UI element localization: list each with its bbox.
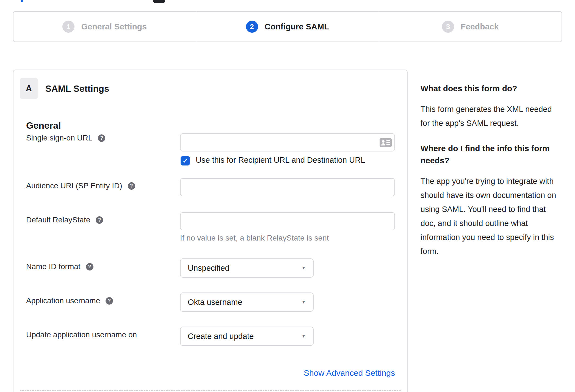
help-heading-line: What does this form do?	[421, 82, 562, 95]
step-general-settings-tab[interactable]: 1 General Settings	[13, 12, 196, 42]
help-icon[interactable]: ?	[128, 182, 135, 190]
help-icon[interactable]: ?	[98, 134, 105, 142]
use-for-recipient-checkbox[interactable]: ✓	[181, 156, 190, 165]
section-a-badge: A	[20, 78, 38, 99]
chevron-down-icon: ▼	[301, 333, 306, 339]
help-icon[interactable]: ?	[106, 297, 113, 305]
name-id-format-label: Name ID format ?	[26, 262, 93, 271]
help-text-line: for the app's SAML request.	[421, 116, 562, 130]
help-text-line: using SAML. You'll need to find that	[421, 202, 562, 216]
name-id-format-label-text: Name ID format	[26, 262, 81, 271]
help-section-text: The app you're trying to integrate with …	[421, 174, 562, 258]
update-app-username-select[interactable]: Create and update ▼	[180, 327, 314, 346]
sso-url-label: Single sign-on URL ?	[26, 134, 105, 142]
step-number-badge: 2	[246, 21, 258, 33]
help-text-line: This form generates the XML needed	[421, 102, 562, 116]
panel-title: SAML Settings	[45, 84, 109, 94]
step-number-badge: 3	[442, 21, 454, 33]
help-heading-line: needs?	[421, 154, 562, 167]
relay-state-label-text: Default RelayState	[26, 216, 90, 224]
header-fragment-dark	[153, 0, 165, 3]
configure-saml-page: 1 General Settings 2 Configure SAML 3 Fe…	[0, 0, 575, 392]
chevron-down-icon: ▼	[301, 299, 306, 305]
help-heading-line: Where do I find the info this form	[421, 142, 562, 154]
use-for-recipient-checkbox-label: Use this for Recipient URL and Destinati…	[196, 156, 365, 165]
name-id-format-select[interactable]: Unspecified ▼	[180, 258, 314, 278]
app-username-label-text: Application username	[26, 296, 100, 305]
step-number-badge: 1	[62, 21, 74, 33]
help-text-line: doc, and it should outline what	[421, 216, 562, 230]
update-app-username-value: Create and update	[188, 332, 254, 341]
contact-card-icon	[380, 138, 392, 148]
step-label: Feedback	[461, 22, 499, 31]
header-fragment-blue	[21, 0, 23, 2]
app-username-value: Okta username	[188, 298, 242, 307]
update-app-username-label: Update application username on	[26, 330, 137, 339]
section-divider	[20, 390, 401, 391]
name-id-format-value: Unspecified	[188, 264, 230, 273]
help-text-line: should have its own documentation on	[421, 188, 562, 202]
help-icon[interactable]: ?	[86, 263, 93, 270]
section-heading-general: General	[26, 120, 61, 131]
chevron-down-icon: ▼	[301, 265, 306, 271]
step-label: General Settings	[81, 22, 146, 31]
audience-uri-label-text: Audience URI (SP Entity ID)	[26, 181, 122, 190]
show-advanced-settings-link[interactable]: Show Advanced Settings	[180, 368, 395, 378]
app-username-label: Application username ?	[26, 296, 113, 305]
help-section-heading: Where do I find the info this form needs…	[421, 142, 562, 167]
sso-url-label-text: Single sign-on URL	[26, 134, 92, 142]
update-app-username-label-text: Update application username on	[26, 330, 137, 339]
help-section-text: This form generates the XML needed for t…	[421, 102, 562, 130]
relay-state-label: Default RelayState ?	[26, 216, 103, 224]
step-configure-saml-tab[interactable]: 2 Configure SAML	[196, 12, 378, 42]
audience-uri-label: Audience URI (SP Entity ID) ?	[26, 181, 135, 190]
help-text-line: The app you're trying to integrate with	[421, 174, 562, 188]
help-icon[interactable]: ?	[96, 216, 103, 224]
app-username-select[interactable]: Okta username ▼	[180, 292, 314, 312]
help-text-line: information you need to specify in this	[421, 230, 562, 244]
help-panel: What does this form do? This form genera…	[421, 82, 562, 270]
wizard-stepper: 1 General Settings 2 Configure SAML 3 Fe…	[13, 11, 562, 42]
audience-uri-input[interactable]	[180, 178, 395, 196]
relay-state-hint: If no value is set, a blank RelayState i…	[180, 234, 329, 242]
sso-url-input[interactable]	[180, 133, 395, 151]
help-text-line: form.	[421, 244, 562, 258]
step-label: Configure SAML	[265, 22, 329, 31]
step-feedback-tab[interactable]: 3 Feedback	[379, 12, 562, 42]
relay-state-input[interactable]	[180, 212, 395, 230]
help-section-heading: What does this form do?	[421, 82, 562, 95]
